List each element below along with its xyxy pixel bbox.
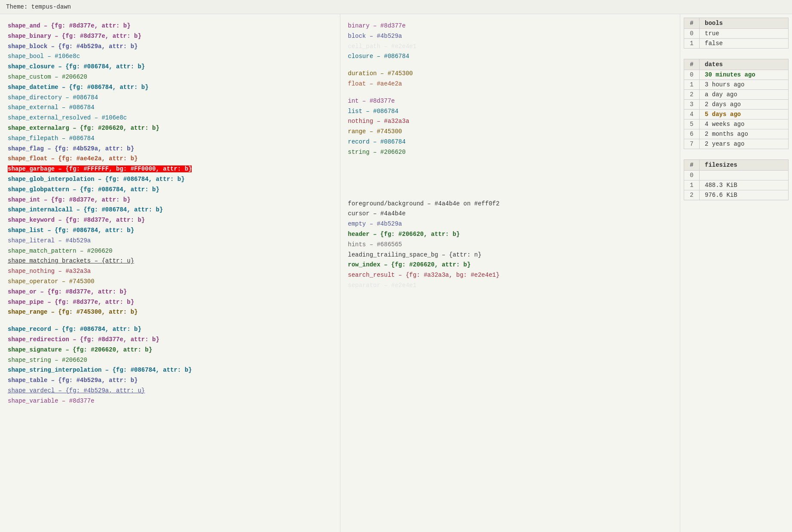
entry-shape_filepath: shape_filepath – #086784 <box>8 134 332 144</box>
entry-shape_directory: shape_directory – #086784 <box>8 93 332 103</box>
spacer <box>348 171 673 178</box>
entry-shape_vardecl: shape_vardecl – {fg: #4b529a, attr: u} <box>8 386 332 396</box>
entry-shape_record: shape_record – {fg: #086784, attr: b} <box>8 324 332 335</box>
table-row: 45 days ago <box>684 110 789 119</box>
entry-shape_float: shape_float – {fg: #ae4e2a, attr: b} <box>8 154 332 164</box>
entry-hints: hints – #686565 <box>348 240 673 250</box>
entry-shape_binary: shape_binary – {fg: #8d377e, attr: b} <box>8 31 332 42</box>
spacer <box>8 318 332 324</box>
spacer <box>348 192 673 199</box>
entry-shape_and: shape_and – {fg: #8d377e, attr: b} <box>8 21 332 31</box>
entry-int: int – #8d377e <box>348 96 673 107</box>
theme-title-bar: Theme: tempus-dawn <box>0 0 792 14</box>
entry-block: block – #4b529a <box>348 31 673 42</box>
table-row: 030 minutes ago <box>684 70 789 80</box>
entry-separator: separator – #e2e4e1 <box>348 281 673 291</box>
entry-shape_signature: shape_signature – {fg: #206620, attr: b} <box>8 345 332 355</box>
entry-shape_keyword: shape_keyword – {fg: #8d377e, attr: b} <box>8 215 332 226</box>
table-bools: #bools0true1false <box>684 18 789 49</box>
entry-shape_garbage: shape_garbage – {fg: #FFFFFF, bg: #FF000… <box>8 164 332 174</box>
spacer <box>348 178 673 185</box>
entry-shape_closure: shape_closure – {fg: #086784, attr: b} <box>8 62 332 72</box>
entry-header: header – {fg: #206620, attr: b} <box>348 229 673 240</box>
table-row: 0 <box>684 171 789 180</box>
entry-cell_path: cell_path – #e2e4e1 <box>348 42 673 52</box>
table-header-hash: # <box>684 160 700 171</box>
entry-leading_trailing_space_bg: leading_trailing_space_bg – {attr: n} <box>348 250 673 260</box>
entry-shape_matching_brackets: shape_matching_brackets – {attr: u} <box>8 256 332 266</box>
table-row: 2976.6 KiB <box>684 190 789 200</box>
spacer <box>348 158 673 165</box>
entry-shape_internalcall: shape_internalcall – {fg: #086784, attr:… <box>8 205 332 215</box>
table-row: 72 years ago <box>684 139 789 149</box>
table-row: 62 months ago <box>684 129 789 139</box>
entry-shape_redirection: shape_redirection – {fg: #8d377e, attr: … <box>8 335 332 345</box>
table-row: 54 weeks ago <box>684 119 789 129</box>
spacer <box>348 89 673 96</box>
entry-shape_glob_interpolation: shape_glob_interpolation – {fg: #086784,… <box>8 174 332 185</box>
entry-row_index: row_index – {fg: #206620, attr: b} <box>348 260 673 270</box>
entry-nothing: nothing – #a32a3a <box>348 116 673 127</box>
entry-shape_bool: shape_bool – #106e8c <box>8 52 332 62</box>
entry-cursor: cursor – #4a4b4e <box>348 209 673 219</box>
table-row: 0true <box>684 29 789 39</box>
entry-shape_external: shape_external – #086784 <box>8 103 332 113</box>
entry-shape_int: shape_int – {fg: #8d377e, attr: b} <box>8 195 332 205</box>
table-row: 2a day ago <box>684 90 789 100</box>
entry-shape_string: shape_string – #206620 <box>8 355 332 366</box>
entry-range: range – #745300 <box>348 127 673 137</box>
column-shapes: shape_and – {fg: #8d377e, attr: b}shape_… <box>0 14 340 532</box>
entry-shape_datetime: shape_datetime – {fg: #086784, attr: b} <box>8 83 332 93</box>
entry-shape_operator: shape_operator – #745300 <box>8 277 332 287</box>
table-row: 1488.3 KiB <box>684 180 789 190</box>
right-panel: #bools0true1false#dates030 minutes ago13… <box>680 14 792 532</box>
entry-shape_literal: shape_literal – #4b529a <box>8 236 332 246</box>
entry-shape_or: shape_or – {fg: #8d377e, attr: b} <box>8 287 332 297</box>
entry-record: record – #086784 <box>348 137 673 147</box>
entry-shape_globpattern: shape_globpattern – {fg: #086784, attr: … <box>8 185 332 195</box>
entry-shape_external_resolved: shape_external_resolved – #106e8c <box>8 113 332 123</box>
entry-search_result: search_result – {fg: #a32a3a, bg: #e2e4e… <box>348 270 673 281</box>
entry-shape_custom: shape_custom – #206620 <box>8 72 332 83</box>
entry-shape_block: shape_block – {fg: #4b529a, attr: b} <box>8 42 332 52</box>
entry-shape_variable: shape_variable – #8d377e <box>8 396 332 407</box>
table-filesizes: #filesizes01488.3 KiB2976.6 KiB <box>684 159 789 200</box>
spacer <box>348 62 673 69</box>
table-row: 32 days ago <box>684 100 789 110</box>
entry-empty: empty – #4b529a <box>348 219 673 229</box>
entry-shape_pipe: shape_pipe – {fg: #8d377e, attr: b} <box>8 297 332 308</box>
entry-shape_nothing: shape_nothing – #a32a3a <box>8 266 332 277</box>
table-header-hash: # <box>684 18 700 29</box>
table-row: 1false <box>684 39 789 49</box>
entry-shape_table: shape_table – {fg: #4b529a, attr: b} <box>8 376 332 386</box>
entry-shape_range: shape_range – {fg: #745300, attr: b} <box>8 307 332 318</box>
table-header-hash: # <box>684 59 700 70</box>
entry-closure: closure – #086784 <box>348 52 673 62</box>
entry-shape_match_pattern: shape_match_pattern – #206620 <box>8 246 332 257</box>
table-dates: #dates030 minutes ago13 hours ago2a day … <box>684 59 789 149</box>
entry-duration: duration – #745300 <box>348 69 673 79</box>
entry-float: float – #ae4e2a <box>348 79 673 89</box>
spacer <box>348 185 673 192</box>
entry-shape_flag: shape_flag – {fg: #4b529a, attr: b} <box>8 144 332 154</box>
entry-shape_list: shape_list – {fg: #086784, attr: b} <box>8 226 332 236</box>
column-types: binary – #8d377eblock – #4b529acell_path… <box>340 14 681 532</box>
entry-shape_string_interpolation: shape_string_interpolation – {fg: #08678… <box>8 365 332 376</box>
entry-foreground_background: foreground/background – #4a4b4e on #eff0… <box>348 199 673 209</box>
entry-string: string – #206620 <box>348 147 673 158</box>
table-row: 13 hours ago <box>684 80 789 90</box>
spacer <box>348 165 673 171</box>
entry-binary: binary – #8d377e <box>348 21 673 31</box>
table-header-label: filesizes <box>700 160 789 171</box>
entry-shape_externalarg: shape_externalarg – {fg: #206620, attr: … <box>8 123 332 134</box>
theme-title-text: Theme: tempus-dawn <box>6 3 71 10</box>
table-header-label: bools <box>700 18 789 29</box>
table-header-label: dates <box>700 59 789 70</box>
entry-list: list – #086784 <box>348 107 673 117</box>
